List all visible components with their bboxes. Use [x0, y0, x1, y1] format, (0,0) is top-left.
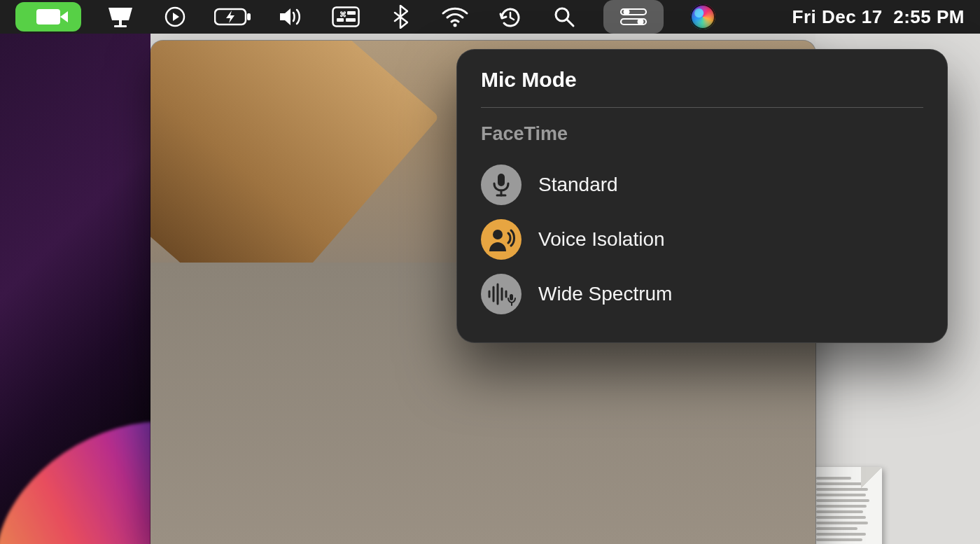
time-machine-icon[interactable]	[494, 0, 525, 34]
person-wave-icon	[481, 219, 522, 260]
svg-rect-17	[498, 174, 505, 186]
waveform-mic-icon	[481, 274, 522, 314]
page-fold-decoration	[861, 467, 882, 488]
menu-bar: ⌘ Fri Dec 17 2:55 PM	[0, 0, 980, 34]
facetime-active-pill[interactable]	[15, 2, 81, 32]
desktop-document-icon[interactable]	[809, 467, 882, 544]
mic-mode-option-wide-spectrum[interactable]: Wide Spectrum	[481, 267, 923, 321]
svg-rect-4	[247, 13, 251, 20]
bluetooth-icon[interactable]	[385, 0, 416, 34]
menu-bar-datetime[interactable]: Fri Dec 17 2:55 PM	[792, 0, 965, 34]
mic-mode-popover: Mic Mode FaceTime Standard Voice Isolati…	[456, 49, 948, 343]
keyboard-shortcut-icon[interactable]: ⌘	[330, 0, 361, 34]
svg-point-16	[638, 19, 644, 25]
svg-point-10	[454, 24, 457, 27]
mic-mode-option-standard[interactable]: Standard	[481, 158, 923, 212]
popover-divider	[481, 107, 923, 108]
svg-point-20	[493, 230, 503, 239]
spotlight-search-icon[interactable]	[549, 0, 580, 34]
control-center-icon[interactable]	[603, 0, 664, 34]
wifi-icon[interactable]	[440, 0, 470, 34]
svg-rect-7	[347, 11, 356, 15]
siri-swirl-icon	[690, 4, 715, 29]
svg-rect-8	[337, 18, 344, 22]
facetime-menu-item[interactable]	[15, 0, 81, 34]
svg-line-12	[567, 20, 573, 26]
siri-icon[interactable]	[687, 0, 718, 34]
battery-charging-icon[interactable]	[214, 0, 252, 34]
mic-mode-label: Wide Spectrum	[538, 283, 672, 305]
svg-rect-0	[119, 20, 122, 25]
desktop-wallpaper-left	[0, 34, 150, 544]
svg-text:⌘: ⌘	[340, 11, 346, 18]
mic-mode-option-voice-isolation[interactable]: Voice Isolation	[481, 212, 923, 267]
svg-rect-1	[114, 25, 127, 27]
volume-icon[interactable]	[276, 0, 307, 34]
popover-app-label: FaceTime	[481, 123, 923, 145]
mic-mode-label: Standard	[538, 174, 618, 196]
facetime-camera-icon	[36, 9, 60, 25]
svg-point-14	[624, 9, 630, 15]
now-playing-icon[interactable]	[160, 0, 190, 34]
mic-mode-label: Voice Isolation	[538, 228, 665, 251]
svg-rect-26	[510, 294, 513, 300]
keynote-icon[interactable]	[105, 0, 136, 34]
popover-title: Mic Mode	[481, 68, 923, 92]
svg-rect-9	[346, 18, 356, 22]
microphone-icon	[481, 165, 522, 205]
